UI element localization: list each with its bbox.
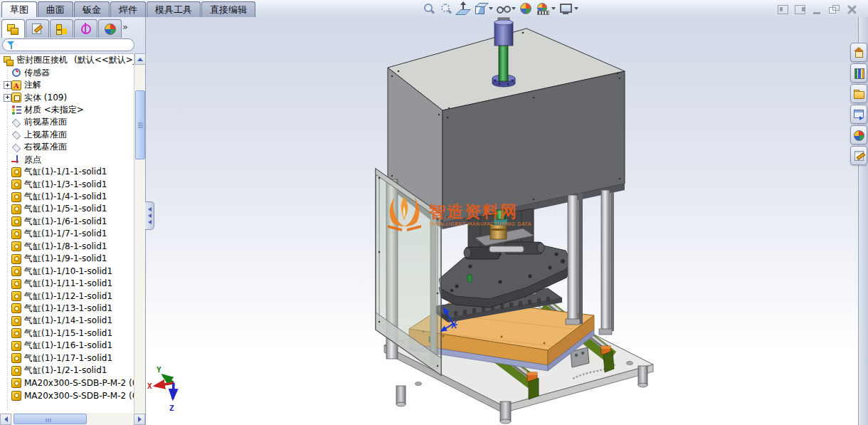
displaymanager-tab[interactable]	[98, 19, 122, 38]
tree-item[interactable]: 原点	[0, 154, 134, 166]
tree-item[interactable]: 气缸(1)-1/11-1-solid1	[0, 278, 134, 290]
custom-properties-button[interactable]	[850, 146, 867, 165]
horizontal-scroll-thumb[interactable]	[14, 414, 87, 424]
vertical-scroll-thumb[interactable]	[135, 90, 145, 159]
dropdown-arrow-icon[interactable]	[551, 7, 556, 10]
solidworks-resources-button[interactable]	[850, 43, 867, 62]
tree-horizontal-scrollbar[interactable]	[0, 413, 145, 425]
zoom-to-area-button[interactable]	[438, 1, 454, 16]
restore-button[interactable]	[829, 4, 840, 17]
minimize-button[interactable]	[812, 4, 822, 17]
expand-icon[interactable]	[4, 81, 11, 89]
horizontal-scroll-track[interactable]	[11, 414, 134, 425]
vertical-scroll-track[interactable]	[134, 65, 146, 413]
propertymanager-tab[interactable]	[26, 19, 49, 38]
tree-item[interactable]: 气缸(1)-1/16-1-solid1	[0, 340, 134, 352]
scroll-left-button[interactable]	[0, 414, 11, 425]
tree-item[interactable]: 气缸(1)-1/3-1-solid1	[0, 178, 134, 190]
view-palette-button[interactable]	[850, 105, 867, 124]
graphics-viewport[interactable]: 智造资料网 INTELLIGENT MANUFACTURING DATA Y X…	[146, 17, 858, 425]
section-view-icon	[456, 1, 470, 16]
triad-z-label: Z	[169, 404, 174, 413]
tree-item-label: 气缸(1)-1/5-1-solid1	[24, 203, 107, 215]
tree-item[interactable]: 前视基准面	[0, 116, 134, 128]
appearances-scenes-button[interactable]	[850, 125, 867, 145]
tree-item[interactable]: 气缸(1)-1/4-1-solid1	[0, 191, 134, 203]
tree-filter-input[interactable]	[2, 38, 134, 51]
tree-item[interactable]: MA20x300-S-SDB-P-M-2 (0)	[0, 389, 134, 402]
edit-appearance-button[interactable]	[518, 1, 534, 16]
tree-item[interactable]: 气缸(1)-1/6-1-solid1	[0, 216, 134, 228]
tree-item[interactable]: 气缸(1)-1/1-1-solid1	[0, 166, 134, 178]
ribbon-tab[interactable]: 草图	[1, 1, 37, 17]
dropdown-arrow-icon[interactable]	[489, 7, 493, 10]
section-view-button[interactable]	[455, 1, 471, 16]
tree-item[interactable]: 注解	[0, 79, 134, 91]
view-settings-button[interactable]	[558, 1, 579, 16]
tree-item[interactable]: 气缸(1)-1/9-1-solid1	[0, 253, 134, 265]
expand-icon[interactable]	[4, 94, 11, 102]
panel-splitter-handle[interactable]	[145, 201, 154, 230]
tree-item[interactable]: 气缸(1)-1/12-1-solid1	[0, 290, 134, 302]
tree-vertical-scrollbar[interactable]	[134, 53, 145, 413]
triad-x-label: X	[147, 382, 152, 391]
ribbon-tab[interactable]: 曲面	[38, 1, 73, 17]
zoom-to-fit-icon	[422, 1, 436, 16]
material-icon	[11, 105, 21, 115]
scroll-right-button[interactable]	[134, 414, 145, 425]
origin-icon	[11, 154, 21, 164]
frame-column-rear[interactable]	[601, 190, 614, 332]
tree-item[interactable]: 材质 <未指定>	[0, 104, 134, 116]
pane-right-button[interactable]	[795, 4, 805, 17]
tree-item-label: MA20x300-S-SDB-P-M-2 (0)	[24, 391, 134, 401]
dropdown-arrow-icon[interactable]	[574, 7, 578, 10]
zoom-to-fit-button[interactable]	[421, 1, 437, 16]
tree-item[interactable]: 气缸(1)-1/15-1-solid1	[0, 327, 134, 340]
solid-body-icon	[11, 204, 21, 214]
ribbon-tab[interactable]: 焊件	[110, 1, 146, 17]
configurationmanager-tab[interactable]	[50, 19, 73, 38]
manager-tabs-overflow-button[interactable]: »	[122, 22, 128, 32]
apply-scene-button[interactable]	[535, 1, 556, 16]
ribbon-tab-label: 焊件	[119, 4, 137, 16]
solid-body-icon	[11, 291, 21, 301]
tree-item[interactable]: 右视基准面	[0, 141, 134, 153]
feature-manager-panel: » 密封圈压接机 (默认<<默认>_ 传感器	[0, 17, 146, 425]
design-library-button[interactable]	[850, 63, 867, 83]
ribbon-tab[interactable]: 直接编辑	[201, 1, 255, 17]
tree-item-label: 气缸(1)-1/13-1-solid1	[24, 303, 112, 315]
file-explorer-button[interactable]	[850, 84, 867, 103]
tree-root-item[interactable]: 密封圈压接机 (默认<<默认>_	[0, 54, 134, 66]
tree-item[interactable]: 气缸(1)-1/10-1-solid1	[0, 265, 134, 277]
tree-item[interactable]: 气缸(1)-1/8-1-solid1	[0, 241, 134, 253]
view-orientation-button[interactable]	[472, 1, 494, 16]
ribbon-tab-label: 模具工具	[155, 4, 192, 16]
custom-properties-icon	[853, 150, 865, 162]
apply-scene-icon	[536, 1, 550, 16]
window-controls	[778, 4, 857, 17]
tree-item-label: 气缸(1)-1/1-1-solid1	[24, 166, 107, 178]
tree-item[interactable]: 气缸(1)-1/14-1-solid1	[0, 315, 134, 327]
tree-item-label: 气缸(1)-1/15-1-solid1	[24, 327, 112, 340]
tree-item[interactable]: MA20x300-S-SDB-P-M-2 (0)	[0, 377, 134, 389]
ribbon-tab[interactable]: 钣金	[74, 1, 110, 17]
tree-item[interactable]: 气缸(1)-1/2-1-solid1	[0, 364, 134, 377]
tree-item[interactable]: 气缸(1)-1/5-1-solid1	[0, 203, 134, 215]
tree-item-label: 气缸(1)-1/16-1-solid1	[24, 340, 112, 352]
tree-item[interactable]: 气缸(1)-1/7-1-solid1	[0, 228, 134, 240]
tree-item[interactable]: 传感器	[0, 66, 134, 78]
hide-show-items-button[interactable]	[495, 1, 517, 16]
tree-item[interactable]: 气缸(1)-1/17-1-solid1	[0, 352, 134, 364]
dimxpertmanager-tab[interactable]	[74, 19, 97, 38]
thumb-grip	[138, 122, 143, 124]
tree-item-label: 气缸(1)-1/3-1-solid1	[24, 179, 107, 191]
featuremanager-tree-tab[interactable]	[1, 19, 25, 38]
ribbon-tab[interactable]: 模具工具	[147, 1, 201, 17]
close-button[interactable]	[846, 4, 857, 17]
tree-item[interactable]: 实体 (109)	[0, 91, 134, 103]
scroll-up-button[interactable]	[134, 53, 146, 65]
tree-item[interactable]: 上视基准面	[0, 129, 134, 141]
tree-item[interactable]: 气缸(1)-1/13-1-solid1	[0, 303, 134, 315]
pane-left-button[interactable]	[778, 4, 788, 17]
dropdown-arrow-icon[interactable]	[512, 7, 516, 10]
